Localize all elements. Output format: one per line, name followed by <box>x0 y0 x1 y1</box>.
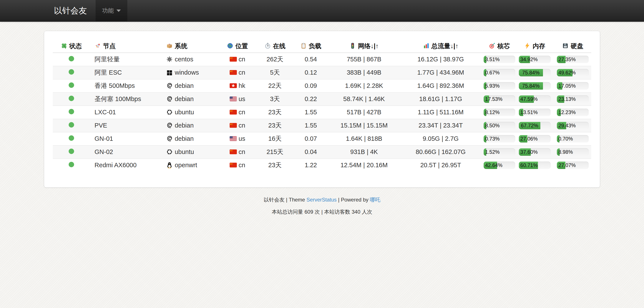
memory-progress: 60.71% <box>519 161 550 169</box>
cpu-cell: 42.64% <box>484 158 515 172</box>
column-header-node: 节点 <box>90 40 163 53</box>
cpu-progress: 17.53% <box>484 95 515 103</box>
location-code: cn <box>238 148 245 155</box>
cpu-cell: 0.67% <box>484 66 515 79</box>
column-header-network: 网络↓|↑ <box>330 40 398 53</box>
os-name: ubuntu <box>175 148 194 155</box>
traffic-value: 9.05G | 2.7G <box>398 132 484 145</box>
flag-icon <box>230 56 238 63</box>
floppy-disk-icon <box>562 42 568 49</box>
status-cell <box>53 132 90 145</box>
status-online-dot <box>69 162 74 167</box>
server-row[interactable]: 阿里 ESC windows cn 5天 0.12 383B | 449B 1.… <box>53 66 591 79</box>
memory-progress: 75.84% <box>519 69 550 76</box>
status-cell <box>53 66 90 79</box>
os-icon <box>166 148 175 155</box>
flag-icon <box>230 109 238 116</box>
system-cell: ubuntu <box>163 145 216 158</box>
disk-progress: 27.07% <box>557 161 588 169</box>
memory-cell: 13.51% <box>515 106 554 119</box>
status-cell <box>53 119 90 132</box>
os-icon <box>166 56 175 63</box>
column-header-load: 负载 <box>291 40 330 53</box>
network-value: 12.54M | 20.16M <box>330 158 398 172</box>
features-menu[interactable]: 功能 <box>96 0 127 21</box>
status-online-dot <box>69 122 74 128</box>
powered-by-link[interactable]: 哪吒 <box>370 197 380 203</box>
cpu-progress: 0.67% <box>484 69 515 76</box>
load-value: 0.09 <box>291 79 330 92</box>
os-name: debian <box>175 95 194 102</box>
server-row[interactable]: Redmi AX6000 openwrt cn 23天 1.22 12.54M … <box>53 158 591 172</box>
server-row[interactable]: 圣何塞 100Mbps debian us 3天 0.22 58.74K | 1… <box>53 92 591 106</box>
server-status-panel: 状态 节点 系统 位置 在线 负载 网络↓|↑ <box>44 31 600 188</box>
cpu-progress: 5.93% <box>484 82 515 90</box>
system-cell: debian <box>163 92 216 106</box>
server-row[interactable]: GN-02 ubuntu cn 215天 0.04 931B | 4K 80.6… <box>53 145 591 158</box>
disk-cell: 23.13% <box>554 92 591 106</box>
location-code: cn <box>238 56 245 63</box>
status-online-dot <box>69 82 74 88</box>
load-value: 0.04 <box>291 145 330 158</box>
status-cell <box>53 145 90 158</box>
footer-visit-stats: 本站总访问量 609 次 | 本站访客数 340 人次 <box>0 208 644 215</box>
location-cell: cn <box>216 53 258 66</box>
memory-progress: 27.06% <box>519 135 550 143</box>
flag-icon <box>230 148 238 155</box>
location-cell: hk <box>216 79 258 92</box>
system-cell: debian <box>163 79 216 92</box>
location-cell: cn <box>216 119 258 132</box>
status-online-dot <box>69 56 74 61</box>
network-value: 15.15M | 15.15M <box>330 119 398 132</box>
cpu-cell: 17.53% <box>484 92 515 106</box>
flag-icon <box>230 95 238 102</box>
column-header-cpu: 核芯 <box>484 40 515 53</box>
traffic-value: 20.5T | 26.95T <box>398 158 484 172</box>
network-value: 755B | 867B <box>330 53 398 66</box>
memory-cell: 37.60% <box>515 145 554 158</box>
disk-cell: 17.05% <box>554 79 591 92</box>
disk-progress: 8.98% <box>557 148 588 156</box>
server-row[interactable]: GN-01 debian us 16天 0.07 1.64K | 818B 9.… <box>53 132 591 145</box>
features-menu-label: 功能 <box>102 7 114 14</box>
load-value: 0.22 <box>291 92 330 106</box>
flag-icon <box>230 135 238 142</box>
os-name: openwrt <box>175 161 197 168</box>
brand-title[interactable]: 以针会友 <box>54 0 87 21</box>
disk-cell: 12.23% <box>554 106 591 119</box>
cpu-cell: 8.50% <box>484 119 515 132</box>
load-value: 0.12 <box>291 66 330 79</box>
disk-cell: 27.35% <box>554 53 591 66</box>
disk-cell: 0.70% <box>554 132 591 145</box>
cpu-progress: 8.12% <box>484 109 515 116</box>
disk-progress: 0.70% <box>557 135 588 143</box>
chevron-down-icon <box>116 9 121 12</box>
network-value: 383B | 449B <box>330 66 398 79</box>
memory-progress: 34.92% <box>519 56 550 63</box>
status-online-dot <box>69 109 74 114</box>
memory-cell: 47.59% <box>515 92 554 106</box>
theme-link[interactable]: ServerStatus <box>306 197 337 203</box>
node-name: LXC-01 <box>90 106 163 119</box>
disk-progress: 27.35% <box>557 56 588 63</box>
server-row[interactable]: 香港 500Mbps debian hk 22天 0.09 1.69K | 2.… <box>53 79 591 92</box>
location-cell: cn <box>216 106 258 119</box>
memory-cell: 67.72% <box>515 119 554 132</box>
uptime-value: 3天 <box>258 92 291 106</box>
os-name: ubuntu <box>175 109 194 116</box>
status-online-dot <box>69 96 74 101</box>
flag-icon <box>230 82 238 89</box>
cpu-cell: 5.93% <box>484 79 515 92</box>
server-row[interactable]: LXC-01 ubuntu cn 23天 1.55 517B | 427B 1.… <box>53 106 591 119</box>
network-value: 1.69K | 2.28K <box>330 79 398 92</box>
server-row[interactable]: 阿里轻量 centos cn 262天 0.54 755B | 867B 16.… <box>53 53 591 66</box>
disk-cell: 27.07% <box>554 158 591 172</box>
uptime-value: 5天 <box>258 66 291 79</box>
column-header-uptime: 在线 <box>258 40 291 53</box>
status-cell <box>53 92 90 106</box>
server-table: 状态 节点 系统 位置 在线 负载 网络↓|↑ <box>53 40 591 172</box>
footer-site-name: 以针会友 | Theme <box>264 197 306 203</box>
server-row[interactable]: PVE debian cn 23天 1.55 15.15M | 15.15M 2… <box>53 119 591 132</box>
disk-progress: 49.62% <box>557 69 588 76</box>
column-header-location: 位置 <box>216 40 258 53</box>
